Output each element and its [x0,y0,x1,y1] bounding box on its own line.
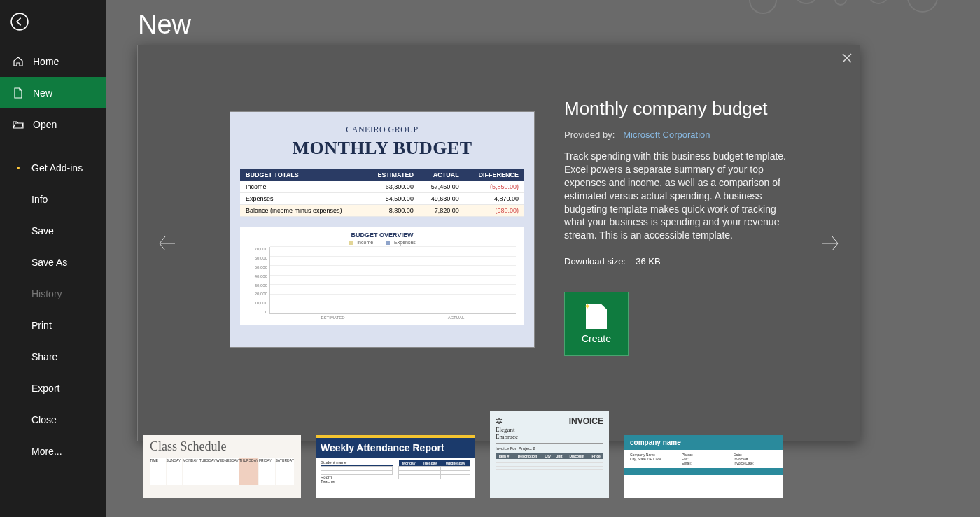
download-size-value: 36 KB [636,256,660,267]
nav-print-label: Print [31,320,52,331]
template-description: Track spending with this business budget… [564,150,795,242]
nav-history: History [0,278,106,309]
nav-export-label: Export [31,383,59,394]
home-icon [12,55,24,68]
close-icon [842,53,852,63]
provided-by-label: Provided by: [564,129,615,140]
create-label: Create [582,333,611,344]
page-title: New [138,10,191,40]
create-button[interactable]: ✦ Create [564,292,629,356]
template-weekly-attendance[interactable]: Weekly Attendance Report Student name Ro… [316,435,475,498]
nav-print[interactable]: Print [0,309,106,341]
sparkle-icon: ✦ [584,302,591,311]
nav-home[interactable]: Home [0,45,106,77]
chart-yaxis: 70,000 60,000 50,000 40,000 30,000 20,00… [248,247,270,314]
nav-open-label: Open [33,119,57,130]
provider-link[interactable]: Microsoft Corporation [623,129,710,140]
nav-addins[interactable]: Get Add-ins [0,152,106,183]
template-preview-image: CANEIRO GROUP MONTHLY BUDGET BUDGET TOTA… [230,111,535,348]
nav-home-label: Home [33,56,59,67]
nav-share[interactable]: Share [0,341,106,372]
nav-share-label: Share [31,351,57,362]
nav-saveas[interactable]: Save As [0,246,106,278]
arrow-right-icon [817,231,842,256]
nav-more-label: More... [31,446,62,457]
document-icon [12,87,24,99]
nav-saveas-label: Save As [31,257,67,268]
nav-save[interactable]: Save [0,215,106,246]
download-size-label: Download size: [564,256,626,267]
next-template-button[interactable] [812,226,847,261]
back-arrow-icon [10,13,29,31]
template-company-invoice[interactable]: company name Company Name City, State ZI… [624,435,783,498]
backdrop-decor [686,0,980,21]
chart-legend: Income Expenses [248,240,516,245]
template-invoice[interactable]: ✲ Elegant Embrace INVOICE Invoice For: P… [490,411,609,498]
nav-save-label: Save [31,225,54,236]
template-class-schedule[interactable]: Class Schedule TIMESUNDAYMONDAYTUESDAYWE… [143,435,301,498]
nav-more[interactable]: More... [0,435,106,467]
nav-open[interactable]: Open [0,108,106,140]
svg-point-0 [11,13,28,30]
nav-export[interactable]: Export [0,372,106,404]
main-area: New CANEIRO GROUP MONTHLY BUDGET BUDGET … [106,0,980,517]
template-preview-modal: CANEIRO GROUP MONTHLY BUDGET BUDGET TOTA… [137,45,860,441]
preview-company: CANEIRO GROUP [240,125,524,135]
nav-info[interactable]: Info [0,183,106,215]
folder-open-icon [12,118,24,131]
template-details: Monthly company budget Provided by: Micr… [564,98,795,356]
arrow-left-icon [155,231,181,256]
template-gallery: Class Schedule TIMESUNDAYMONDAYTUESDAYWE… [143,435,783,517]
nav-history-label: History [31,288,62,299]
back-button[interactable] [10,12,29,31]
template-title: Monthly company budget [564,98,795,120]
chart-xaxis: ESTIMATED ACTUAL [248,316,516,320]
nav-close-label: Close [31,414,57,425]
nav-new-label: New [33,87,52,99]
preview-title: MONTHLY BUDGET [240,138,524,159]
nav-new[interactable]: New [0,77,106,108]
backstage-sidebar: Home New Open Get Add-ins Info Save Save… [0,0,106,517]
preview-table: BUDGET TOTALS ESTIMATED ACTUAL DIFFERENC… [240,169,524,217]
nav-info-label: Info [31,194,48,205]
prev-template-button[interactable] [150,226,186,261]
nav-close[interactable]: Close [0,404,106,435]
nav-addins-label: Get Add-ins [31,162,83,173]
close-button[interactable] [839,50,855,66]
addins-dot-icon [17,167,20,169]
preview-chart: BUDGET OVERVIEW Income Expenses 70,000 6… [240,227,524,325]
nav-divider [10,146,97,146]
